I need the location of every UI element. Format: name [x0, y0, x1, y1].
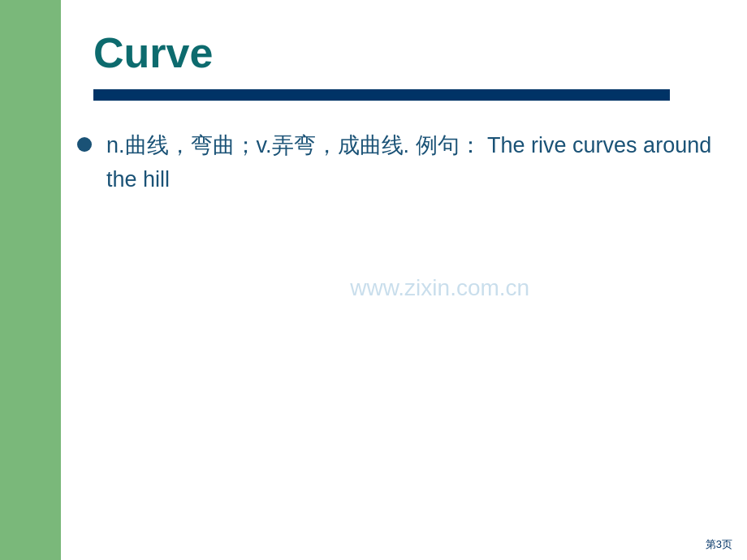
bullet-dot-icon: [77, 137, 92, 152]
watermark: www.zixin.com.cn: [350, 275, 529, 301]
page-number: 第3页: [706, 537, 732, 552]
slide-content-area: Curve n.曲线，弯曲；v.弄弯，成曲线. 例句： The rive cur…: [61, 0, 747, 560]
title-section: Curve: [61, 0, 747, 89]
bullet-section: n.曲线，弯曲；v.弄弯，成曲线. 例句： The rive curves ar…: [61, 101, 747, 213]
bullet-item: n.曲线，弯曲；v.弄弯，成曲线. 例句： The rive curves ar…: [77, 129, 715, 197]
slide-title: Curve: [93, 28, 715, 77]
divider-bar: [93, 89, 670, 101]
bullet-content: n.曲线，弯曲；v.弄弯，成曲线. 例句： The rive curves ar…: [106, 129, 715, 197]
definition-text: n.曲线，弯曲；v.弄弯，成曲线.: [106, 133, 409, 157]
example-label: 例句：: [416, 133, 481, 157]
